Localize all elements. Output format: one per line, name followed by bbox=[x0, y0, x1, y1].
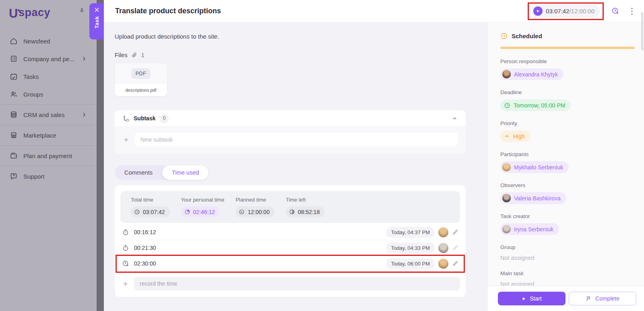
sidebar-item-tasks[interactable]: Tasks bbox=[0, 68, 97, 85]
new-subtask-input[interactable] bbox=[135, 133, 458, 146]
time-used-section: Total time 03:07:42 Your personal time 0… bbox=[115, 185, 466, 297]
clock-plus-icon bbox=[122, 260, 129, 267]
edit-pencil-icon[interactable] bbox=[452, 260, 458, 267]
avatar bbox=[502, 163, 511, 171]
participant-pill[interactable]: Mykhailo Serbeniuk bbox=[500, 161, 569, 173]
edit-pencil-icon[interactable] bbox=[452, 229, 458, 235]
time-entry-timestamp: Today, 06:00 PM bbox=[386, 258, 435, 269]
pin-sidebar-icon[interactable] bbox=[78, 7, 85, 16]
sidebar-nav: Newsfeed Company and pe... Tasks Groups … bbox=[0, 32, 97, 185]
subtask-label: Subtask bbox=[134, 115, 155, 122]
clock-icon bbox=[504, 102, 510, 109]
sidebar-item-label: Plan and payment bbox=[23, 152, 72, 159]
task-actions-footer: Start Complete bbox=[487, 286, 644, 311]
file-attachment[interactable]: PDF descriptions.pdf bbox=[115, 63, 167, 96]
sidebar-item-label: CRM and sales bbox=[23, 111, 65, 118]
task-tab-label: Task bbox=[94, 16, 100, 29]
main-task-label: Main task bbox=[500, 270, 635, 276]
person-responsible-pill[interactable]: Alexandra Khytyk bbox=[500, 68, 564, 80]
complete-button[interactable]: Complete bbox=[569, 292, 636, 305]
sidebar-item-company[interactable]: Company and pe... bbox=[0, 50, 97, 68]
sidebar-item-plan-payment[interactable]: Plan and payment bbox=[0, 147, 97, 165]
priority-pill[interactable]: High bbox=[500, 130, 530, 142]
sidebar-item-crm[interactable]: CRM and sales bbox=[0, 106, 97, 124]
comments-timeused-tabs: Comments Time used bbox=[115, 165, 208, 180]
personal-time-value: 02:46:12 bbox=[193, 209, 215, 215]
group-label: Group bbox=[500, 244, 635, 250]
marketplace-icon bbox=[10, 131, 18, 139]
timer-total: 12:00:00 bbox=[571, 8, 594, 14]
app-sidebar: Uspacy Newsfeed Company and pe... Tasks … bbox=[0, 0, 97, 311]
files-count: 1 bbox=[141, 52, 144, 58]
stopwatch-icon bbox=[122, 229, 129, 236]
scrollbar[interactable] bbox=[641, 12, 643, 50]
observer-pill[interactable]: Valeria Bashkirova bbox=[500, 192, 566, 204]
edit-pencil-icon[interactable] bbox=[452, 245, 458, 251]
task-creator-pill[interactable]: Iryna Serbeniuk bbox=[500, 223, 559, 235]
sidebar-item-label: Newsfeed bbox=[23, 38, 50, 45]
avatar bbox=[438, 243, 448, 253]
avatar bbox=[502, 194, 511, 202]
sidebar-item-groups[interactable]: Groups bbox=[0, 85, 97, 103]
subtask-section: Subtask 0 bbox=[115, 110, 466, 154]
sidebar-item-newsfeed[interactable]: Newsfeed bbox=[0, 32, 97, 50]
files-label: Files bbox=[115, 51, 128, 58]
group-value: Not assigned bbox=[500, 255, 635, 261]
sidebar-divider bbox=[0, 145, 97, 146]
more-options-icon[interactable] bbox=[626, 6, 638, 17]
tab-time-used[interactable]: Time used bbox=[162, 165, 208, 180]
scheduled-clock-icon bbox=[500, 32, 508, 40]
time-entry-timestamp: Today, 04:33 PM bbox=[386, 243, 435, 253]
sidebar-divider bbox=[0, 104, 97, 105]
annotation-box-timer: 03:07:42/12:00:00 bbox=[528, 2, 604, 20]
timer-pill[interactable]: 03:07:42/12:00:00 bbox=[531, 5, 600, 18]
add-time-record-icon[interactable] bbox=[122, 280, 129, 287]
personal-time-pill: 02:46:12 bbox=[181, 206, 220, 217]
close-icon[interactable] bbox=[94, 7, 100, 13]
avatar bbox=[502, 70, 511, 78]
participant-name: Mykhailo Serbeniuk bbox=[514, 164, 563, 171]
sidebar-item-marketplace[interactable]: Marketplace bbox=[0, 126, 97, 144]
sidebar-item-label: Groups bbox=[23, 91, 43, 98]
planned-time-icon bbox=[239, 209, 245, 215]
record-time-input[interactable] bbox=[134, 277, 460, 290]
half-circle-icon bbox=[289, 209, 295, 215]
time-summary: Total time 03:07:42 Your personal time 0… bbox=[120, 191, 460, 223]
time-entry-duration: 00:16:12 bbox=[134, 229, 156, 235]
timer-elapsed: 03:07:42 bbox=[546, 8, 569, 14]
participants-label: Participants bbox=[500, 151, 635, 157]
task-panel-tab[interactable]: Task bbox=[89, 3, 104, 39]
add-time-icon[interactable] bbox=[609, 6, 621, 17]
sidebar-item-support[interactable]: Support bbox=[0, 167, 97, 185]
start-button[interactable]: Start bbox=[498, 292, 566, 305]
play-icon bbox=[522, 297, 526, 301]
add-subtask-icon[interactable] bbox=[123, 136, 130, 143]
stopwatch-icon bbox=[122, 244, 129, 251]
time-left-pill: 08:52:18 bbox=[286, 206, 325, 217]
sidebar-item-label: Marketplace bbox=[23, 132, 56, 139]
support-icon bbox=[10, 172, 18, 180]
sidebar-item-label: Company and pe... bbox=[23, 56, 74, 62]
chevron-up-icon[interactable] bbox=[452, 115, 458, 122]
time-entry-row-highlighted: 02:30:00 Today, 06:00 PM bbox=[120, 256, 460, 272]
play-icon[interactable] bbox=[533, 6, 543, 16]
chevron-right-icon bbox=[81, 56, 87, 62]
home-icon bbox=[10, 37, 18, 45]
avatar bbox=[502, 225, 511, 233]
time-entry-duration: 02:30:00 bbox=[134, 260, 156, 267]
groups-icon bbox=[10, 90, 18, 98]
priority-high-icon bbox=[504, 133, 510, 139]
status-badge[interactable]: Scheduled bbox=[512, 33, 542, 39]
time-left-value: 08:52:18 bbox=[298, 209, 320, 215]
tab-comments[interactable]: Comments bbox=[115, 165, 162, 180]
deadline-pill[interactable]: Tomorrow, 05:00 PM bbox=[500, 99, 571, 111]
sidebar-item-label: Tasks bbox=[23, 73, 39, 80]
logo-letter: U bbox=[9, 6, 18, 21]
paperclip-icon bbox=[131, 52, 138, 58]
priority-label: Priority bbox=[500, 120, 635, 126]
total-time-label: Total time bbox=[131, 197, 170, 203]
time-entry-duration: 00:21:30 bbox=[134, 245, 156, 251]
deadline-label: Deadline bbox=[500, 89, 635, 95]
task-title: Translate product descriptions bbox=[115, 7, 221, 15]
task-main: Upload product descriptions to the site.… bbox=[104, 23, 487, 311]
